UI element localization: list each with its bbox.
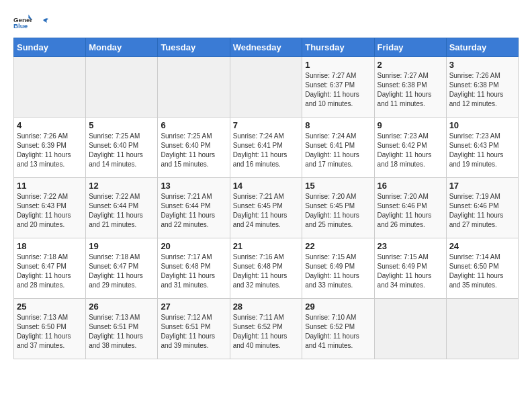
day-header-thursday: Thursday [302,38,374,57]
cell-info-24: Sunrise: 7:14 AMSunset: 6:50 PMDaylight:… [449,253,515,290]
cell-info-22: Sunrise: 7:15 AMSunset: 6:49 PMDaylight:… [305,253,371,290]
cell-info-1: Sunrise: 7:27 AMSunset: 6:37 PMDaylight:… [305,71,371,109]
cell-info-18: Sunrise: 7:18 AMSunset: 6:47 PMDaylight:… [17,253,83,290]
day-header-saturday: Saturday [446,38,518,57]
calendar-cell-0 [14,57,86,118]
logo: General Blue [13,13,50,32]
calendar-cell-33 [374,299,446,359]
cell-info-14: Sunrise: 7:21 AMSunset: 6:45 PMDaylight:… [233,192,300,230]
day-header-wednesday: Wednesday [230,38,302,57]
calendar-cell-22: 19Sunrise: 7:18 AMSunset: 6:47 PMDayligh… [86,238,158,299]
cell-info-20: Sunrise: 7:17 AMSunset: 6:48 PMDaylight:… [161,253,226,290]
day-header-monday: Monday [86,38,158,57]
calendar-cell-14: 11Sunrise: 7:22 AMSunset: 6:43 PMDayligh… [14,178,86,238]
cell-info-3: Sunrise: 7:26 AMSunset: 6:38 PMDaylight:… [449,71,515,109]
cell-info-27: Sunrise: 7:12 AMSunset: 6:51 PMDaylight:… [161,313,226,351]
calendar-cell-11: 8Sunrise: 7:24 AMSunset: 6:41 PMDaylight… [302,118,374,178]
cell-info-28: Sunrise: 7:11 AMSunset: 6:52 PMDaylight:… [233,313,300,351]
cell-info-17: Sunrise: 7:19 AMSunset: 6:46 PMDaylight:… [449,192,515,230]
cell-date-8: 8 [305,120,371,130]
cell-date-22: 22 [305,241,371,251]
calendar-cell-5: 2Sunrise: 7:27 AMSunset: 6:38 PMDaylight… [374,57,446,118]
cell-date-27: 27 [161,302,226,312]
day-header-sunday: Sunday [14,38,86,57]
calendar-cell-34 [446,299,518,359]
cell-date-7: 7 [233,120,300,130]
cell-date-5: 5 [89,120,154,130]
calendar-cell-26: 23Sunrise: 7:15 AMSunset: 6:49 PMDayligh… [374,238,446,299]
cell-info-8: Sunrise: 7:24 AMSunset: 6:41 PMDaylight:… [305,132,371,169]
cell-info-13: Sunrise: 7:21 AMSunset: 6:44 PMDaylight:… [161,192,226,230]
cell-date-23: 23 [378,241,443,251]
calendar-cell-20: 17Sunrise: 7:19 AMSunset: 6:46 PMDayligh… [446,178,518,238]
calendar-cell-25: 22Sunrise: 7:15 AMSunset: 6:49 PMDayligh… [302,238,374,299]
calendar-cell-1 [86,57,158,118]
cell-date-10: 10 [449,120,515,130]
cell-info-7: Sunrise: 7:24 AMSunset: 6:41 PMDaylight:… [233,132,300,169]
cell-info-23: Sunrise: 7:15 AMSunset: 6:49 PMDaylight:… [378,253,443,290]
calendar-cell-29: 26Sunrise: 7:13 AMSunset: 6:51 PMDayligh… [86,299,158,359]
cell-info-15: Sunrise: 7:20 AMSunset: 6:45 PMDaylight:… [305,192,371,230]
calendar-cell-24: 21Sunrise: 7:16 AMSunset: 6:48 PMDayligh… [230,238,302,299]
cell-date-17: 17 [449,181,515,191]
cell-date-2: 2 [378,60,443,70]
logo-bird-icon [36,17,50,28]
cell-date-15: 15 [305,181,371,191]
calendar-cell-12: 9Sunrise: 7:23 AMSunset: 6:42 PMDaylight… [374,118,446,178]
cell-date-24: 24 [449,241,515,251]
cell-date-19: 19 [89,241,154,251]
cell-date-13: 13 [161,181,226,191]
calendar-cell-15: 12Sunrise: 7:22 AMSunset: 6:44 PMDayligh… [86,178,158,238]
svg-text:Blue: Blue [13,22,28,30]
cell-info-16: Sunrise: 7:20 AMSunset: 6:46 PMDaylight:… [378,192,443,230]
cell-date-9: 9 [378,120,443,130]
day-header-tuesday: Tuesday [158,38,230,57]
calendar-cell-18: 15Sunrise: 7:20 AMSunset: 6:45 PMDayligh… [302,178,374,238]
cell-info-6: Sunrise: 7:25 AMSunset: 6:40 PMDaylight:… [161,132,226,169]
calendar-cell-6: 3Sunrise: 7:26 AMSunset: 6:38 PMDaylight… [446,57,518,118]
calendar-cell-17: 14Sunrise: 7:21 AMSunset: 6:45 PMDayligh… [230,178,302,238]
calendar-cell-16: 13Sunrise: 7:21 AMSunset: 6:44 PMDayligh… [158,178,230,238]
cell-info-10: Sunrise: 7:23 AMSunset: 6:43 PMDaylight:… [449,132,515,169]
cell-info-5: Sunrise: 7:25 AMSunset: 6:40 PMDaylight:… [89,132,154,169]
cell-info-21: Sunrise: 7:16 AMSunset: 6:48 PMDaylight:… [233,253,300,290]
calendar-cell-30: 27Sunrise: 7:12 AMSunset: 6:51 PMDayligh… [158,299,230,359]
cell-date-28: 28 [233,302,300,312]
calendar-cell-10: 7Sunrise: 7:24 AMSunset: 6:41 PMDaylight… [230,118,302,178]
calendar-cell-19: 16Sunrise: 7:20 AMSunset: 6:46 PMDayligh… [374,178,446,238]
calendar-cell-8: 5Sunrise: 7:25 AMSunset: 6:40 PMDaylight… [86,118,158,178]
cell-date-1: 1 [305,60,371,70]
cell-date-12: 12 [89,181,154,191]
calendar-cell-23: 20Sunrise: 7:17 AMSunset: 6:48 PMDayligh… [158,238,230,299]
calendar-cell-31: 28Sunrise: 7:11 AMSunset: 6:52 PMDayligh… [230,299,302,359]
cell-date-26: 26 [89,302,154,312]
cell-date-20: 20 [161,241,226,251]
calendar-cell-3 [230,57,302,118]
day-header-friday: Friday [374,38,446,57]
calendar-cell-27: 24Sunrise: 7:14 AMSunset: 6:50 PMDayligh… [446,238,518,299]
cell-date-29: 29 [305,302,371,312]
cell-info-25: Sunrise: 7:13 AMSunset: 6:50 PMDaylight:… [17,313,83,351]
cell-date-3: 3 [449,60,515,70]
calendar-cell-4: 1Sunrise: 7:27 AMSunset: 6:37 PMDaylight… [302,57,374,118]
cell-info-9: Sunrise: 7:23 AMSunset: 6:42 PMDaylight:… [378,132,443,169]
calendar-table: SundayMondayTuesdayWednesdayThursdayFrid… [13,38,519,359]
cell-info-29: Sunrise: 7:10 AMSunset: 6:52 PMDaylight:… [305,313,371,351]
cell-info-2: Sunrise: 7:27 AMSunset: 6:38 PMDaylight:… [378,71,443,109]
calendar-cell-32: 29Sunrise: 7:10 AMSunset: 6:52 PMDayligh… [302,299,374,359]
cell-date-18: 18 [17,241,83,251]
cell-info-19: Sunrise: 7:18 AMSunset: 6:47 PMDaylight:… [89,253,154,290]
cell-date-16: 16 [378,181,443,191]
cell-date-11: 11 [17,181,83,191]
calendar-cell-7: 4Sunrise: 7:26 AMSunset: 6:39 PMDaylight… [14,118,86,178]
cell-info-11: Sunrise: 7:22 AMSunset: 6:43 PMDaylight:… [17,192,83,230]
cell-date-6: 6 [161,120,226,130]
calendar-cell-13: 10Sunrise: 7:23 AMSunset: 6:43 PMDayligh… [446,118,518,178]
cell-info-12: Sunrise: 7:22 AMSunset: 6:44 PMDaylight:… [89,192,154,230]
cell-date-21: 21 [233,241,300,251]
cell-info-26: Sunrise: 7:13 AMSunset: 6:51 PMDaylight:… [89,313,154,351]
calendar-cell-9: 6Sunrise: 7:25 AMSunset: 6:40 PMDaylight… [158,118,230,178]
calendar-cell-2 [158,57,230,118]
calendar-cell-21: 18Sunrise: 7:18 AMSunset: 6:47 PMDayligh… [14,238,86,299]
calendar-cell-28: 25Sunrise: 7:13 AMSunset: 6:50 PMDayligh… [14,299,86,359]
